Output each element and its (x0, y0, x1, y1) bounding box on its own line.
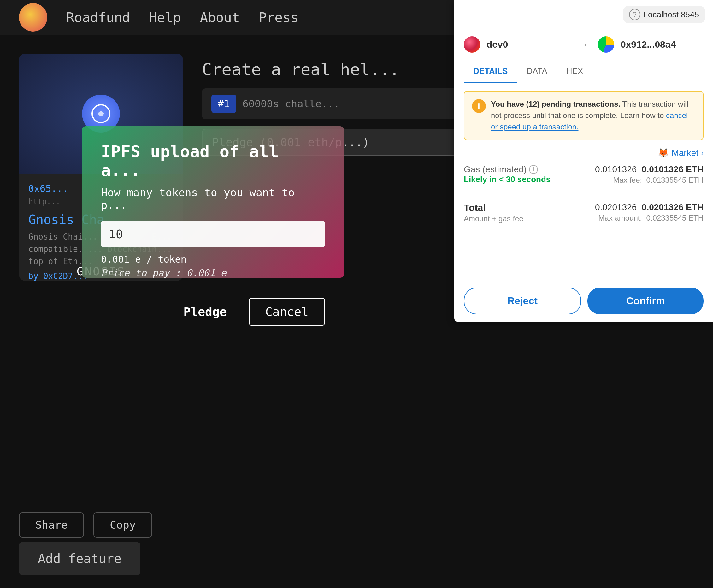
mm-market-row: 🦊 Market › (464, 148, 704, 158)
mm-warning-box: i You have (12) pending transactions. Th… (464, 91, 704, 140)
mm-gas-values: 0.0101326 0.0101326 ETH Max fee: 0.01335… (595, 164, 704, 185)
mm-gas-primary: 0.0101326 0.0101326 ETH (595, 164, 704, 174)
mm-total-values: 0.0201326 0.0201326 ETH Max amount: 0.02… (595, 202, 704, 223)
mm-tabs: DETAILS DATA HEX (454, 60, 713, 83)
mm-from-avatar (464, 36, 480, 53)
pledge-cancel-button[interactable]: Cancel (249, 298, 325, 326)
mm-total-sub: Amount + gas fee (464, 214, 523, 223)
mm-to-account: 0x912...08a4 (621, 39, 704, 50)
mm-gas-label: Gas (estimated) i (464, 164, 550, 174)
metamask-panel: ? Localhost 8545 dev0 → 0x912...08a4 DET… (454, 0, 713, 322)
mm-total-label: Total (464, 202, 523, 213)
pledge-modal-actions: Pledge Cancel (101, 298, 325, 326)
challenge-badge: #1 (211, 95, 236, 113)
nav-press[interactable]: Press (259, 10, 299, 25)
mm-footer: Reject Confirm (454, 280, 713, 322)
mm-market-arrow-icon: › (701, 149, 704, 158)
mm-gas-max-fee: Max fee: 0.01335545 ETH (595, 176, 704, 185)
mm-tab-hex[interactable]: HEX (557, 60, 592, 83)
mm-body: i You have (12) pending transactions. Th… (454, 83, 713, 280)
mm-topbar: ? Localhost 8545 (454, 0, 713, 29)
mm-localhost-label: Localhost 8545 (644, 10, 699, 20)
mm-gas-likely: Likely in < 30 seconds (464, 174, 550, 184)
pledge-modal: IPFS upload of all a... How many tokens … (82, 126, 344, 278)
mm-from-account: dev0 (487, 39, 569, 50)
mm-market-link[interactable]: Market (671, 148, 698, 158)
nav-logo (19, 3, 47, 31)
pledge-confirm-button[interactable]: Pledge (168, 298, 242, 326)
mm-tab-data[interactable]: DATA (517, 60, 557, 83)
mm-gas-info-icon[interactable]: i (529, 165, 538, 174)
pledge-price-to-pay: Price to pay : 0.001 e (101, 267, 325, 278)
mm-arrow-icon: → (576, 39, 591, 50)
pledge-modal-subtitle: How many tokens to you want to p... (101, 186, 325, 211)
mm-warning-icon: i (472, 99, 486, 113)
mm-gas-row: Gas (estimated) i Likely in < 30 seconds… (464, 164, 704, 192)
bottom-buttons: Share Copy (19, 512, 152, 538)
mm-tab-details[interactable]: DETAILS (464, 60, 517, 83)
mm-total-max-amount: Max amount: 0.02335545 ETH (595, 214, 704, 223)
challenge-text: 60000s challe... (243, 98, 340, 110)
pledge-token-input[interactable] (101, 221, 325, 248)
mm-total-primary: 0.0201326 0.0201326 ETH (595, 202, 704, 212)
pledge-price-per-token: 0.001 e / token (101, 254, 325, 265)
copy-button[interactable]: Copy (93, 512, 152, 538)
nav-about[interactable]: About (200, 10, 239, 25)
mm-question-icon[interactable]: ? (629, 9, 641, 20)
mm-warning-bold: You have (12) pending transactions. (491, 100, 620, 108)
mm-to-avatar (598, 36, 614, 53)
mm-confirm-button[interactable]: Confirm (587, 288, 704, 314)
add-feature-button[interactable]: Add feature (19, 542, 141, 575)
mm-total-row: Total Amount + gas fee 0.0201326 0.02013… (464, 202, 704, 223)
mm-warning-text: You have (12) pending transactions. This… (491, 99, 695, 132)
mm-fox-icon: 🦊 (658, 148, 669, 158)
share-button[interactable]: Share (19, 512, 84, 538)
nav-brand[interactable]: Roadfund (66, 10, 130, 25)
pledge-modal-title: IPFS upload of all a... (101, 142, 325, 180)
mm-localhost-badge: ? Localhost 8545 (623, 6, 706, 23)
nav-help[interactable]: Help (149, 10, 181, 25)
mm-reject-button[interactable]: Reject (464, 288, 581, 314)
mm-accounts-row: dev0 → 0x912...08a4 (454, 29, 713, 60)
